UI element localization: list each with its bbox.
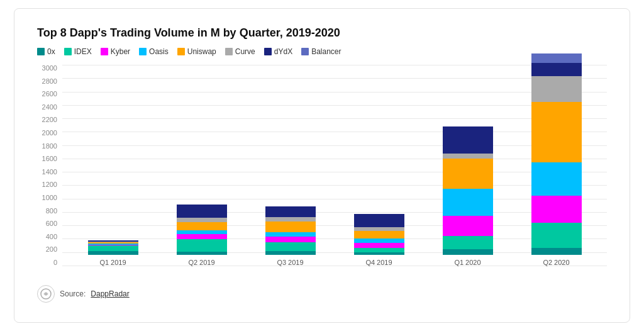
bars-group: Q1 2019Q2 2019Q3 2019Q4 2019Q1 2020Q2 20… [62,65,607,266]
legend-label-balancer: Balancer [311,47,341,56]
bar-segment-idex-2 [265,242,316,251]
legend-swatch-oasis [139,48,147,55]
source-link[interactable]: DappRadar [91,289,129,298]
y-label-1000: 1000 [42,194,57,201]
legend-label-idex: IDEX [74,47,92,56]
legend-item-0x: 0x [37,47,55,56]
y-label-2000: 2000 [42,130,57,137]
bar-segment-0x-1 [177,252,227,255]
y-axis: 0200400600800100012001400160018002000220… [37,65,62,266]
bar-column-q2-2020: Q2 2020 [531,53,582,266]
legend-swatch-uniswap [177,48,185,55]
y-label-600: 600 [46,220,57,227]
legend-swatch-dydx [264,48,272,55]
bar-segment-uniswap-4 [443,159,493,189]
y-label-2800: 2800 [42,78,57,85]
legend-label-curve: Curve [235,47,255,56]
y-label-0: 0 [53,259,57,266]
bar-segment-kyber-2 [265,237,316,242]
bar-segment-uniswap-5 [531,102,582,162]
svg-point-1 [45,293,48,296]
bar-label-2: Q3 2019 [277,259,303,266]
y-label-2600: 2600 [42,91,57,98]
y-label-200: 200 [46,246,57,253]
bar-column-q4-2019: Q4 2019 [354,214,404,266]
bar-segment-dydx-3 [354,214,404,227]
bar-segment-0x-3 [354,252,404,255]
bar-segment-dydx-2 [265,206,316,217]
bar-segment-idex-4 [443,236,493,249]
bar-segment-kyber-3 [354,243,404,249]
bar-segment-0x-4 [443,249,493,255]
bar-stack-1 [177,205,227,255]
y-label-800: 800 [46,208,57,215]
y-label-2400: 2400 [42,104,57,111]
bar-segment-dydx-4 [443,126,493,154]
bar-label-1: Q2 2019 [188,259,214,266]
chart-title: Top 8 Dapp's Trading Volume in M by Quar… [37,26,607,40]
bar-stack-4 [443,126,493,255]
legend-swatch-0x [37,48,45,55]
bar-column-q3-2019: Q3 2019 [265,206,316,266]
bar-label-3: Q4 2019 [365,259,392,266]
bar-segment-kyber-5 [531,196,582,223]
y-label-400: 400 [46,233,57,240]
chart-container: Top 8 Dapp's Trading Volume in M by Quar… [14,8,630,323]
bar-segment-oasis-2 [265,232,316,237]
bar-segment-oasis-4 [443,189,493,216]
y-label-2200: 2200 [42,116,57,123]
source-logo [37,285,55,303]
bar-segment-kyber-4 [443,216,493,236]
legend-item-curve: Curve [225,47,255,56]
legend-item-idex: IDEX [64,47,92,56]
bar-segment-oasis-5 [531,162,582,196]
bar-segment-curve-5 [531,76,582,102]
bar-label-5: Q2 2020 [543,259,569,266]
bar-segment-idex-1 [177,239,227,251]
bar-segment-dydx-5 [531,63,582,76]
source-label: Source: [60,289,86,298]
bar-column-q1-2020: Q1 2020 [443,126,493,266]
y-label-3000: 3000 [42,65,57,72]
bar-stack-5 [531,53,582,255]
y-label-1400: 1400 [42,169,57,176]
legend-item-dydx: dYdX [264,47,292,56]
bar-segment-uniswap-2 [265,222,316,232]
legend-item-uniswap: Uniswap [177,47,216,56]
legend-item-kyber: Kyber [101,47,130,56]
legend: 0xIDEXKyberOasisUniswapCurvedYdXBalancer [37,47,607,56]
bar-segment-kyber-1 [177,234,227,240]
bar-segment-curve-4 [443,154,493,159]
y-label-1800: 1800 [42,143,57,150]
legend-swatch-kyber [101,48,108,55]
legend-swatch-balancer [301,48,309,55]
legend-swatch-idex [64,48,72,55]
y-label-1200: 1200 [42,181,57,188]
legend-label-uniswap: Uniswap [187,47,216,56]
bars-area: Q1 2019Q2 2019Q3 2019Q4 2019Q1 2020Q2 20… [62,65,607,266]
bar-segment-dydx-1 [177,205,227,218]
legend-label-kyber: Kyber [111,47,130,56]
legend-label-dydx: dYdX [274,47,292,56]
bar-segment-idex-5 [531,223,582,249]
bar-segment-uniswap-1 [177,222,227,230]
y-label-1600: 1600 [42,155,57,162]
bar-segment-0x-5 [531,248,582,255]
bar-segment-0x-0 [88,251,138,255]
legend-item-oasis: Oasis [139,47,169,56]
legend-swatch-curve [225,48,233,55]
legend-label-0x: 0x [47,47,55,56]
legend-item-balancer: Balancer [301,47,341,56]
bar-label-4: Q1 2020 [454,259,480,266]
bar-stack-3 [354,214,404,255]
bar-label-0: Q1 2019 [99,259,126,266]
chart-area: 0200400600800100012001400160018002000220… [37,65,607,279]
bar-segment-0x-2 [265,251,316,255]
bar-stack-2 [265,206,316,255]
source-row: Source: DappRadar [37,285,607,303]
legend-label-oasis: Oasis [149,47,169,56]
bar-stack-0 [88,240,138,255]
bar-segment-uniswap-3 [354,231,404,239]
bar-column-q1-2019: Q1 2019 [88,240,138,266]
bar-segment-idex-0 [88,245,138,251]
